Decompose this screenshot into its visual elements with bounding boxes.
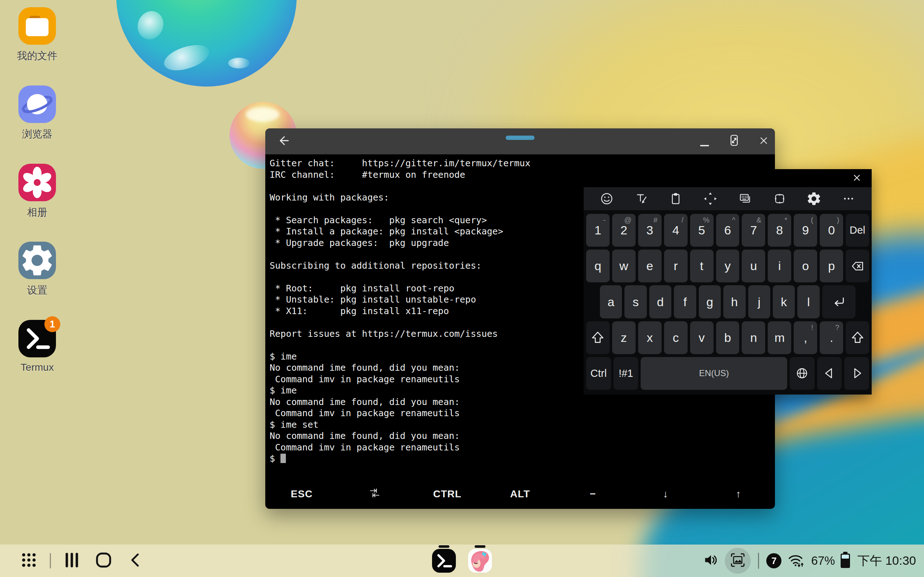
key-enter[interactable] <box>822 285 855 318</box>
desktop-icon-termux[interactable]: 1Termux <box>8 320 66 373</box>
keyboard-tool-resize[interactable] <box>770 189 789 208</box>
volume-button[interactable] <box>703 552 719 570</box>
prompt-symbol: $ <box>270 453 275 464</box>
key-g[interactable]: g <box>699 285 721 318</box>
extra-key-down[interactable]: ↓ <box>630 479 703 509</box>
key-x[interactable]: x <box>638 321 662 354</box>
keyboard-tool-text-edit[interactable] <box>632 189 651 208</box>
keyboard-tool-settings[interactable] <box>804 189 823 208</box>
window-back-button[interactable] <box>275 133 292 150</box>
key-7[interactable]: 7& <box>742 214 765 247</box>
window-titlebar[interactable] <box>265 128 775 154</box>
key-w[interactable]: w <box>612 250 636 282</box>
apps-grid-button[interactable] <box>13 545 45 577</box>
window-drag-handle[interactable] <box>506 135 535 140</box>
key-b[interactable]: b <box>716 321 740 354</box>
key-label: a <box>607 295 614 309</box>
key-period[interactable]: .? <box>820 321 843 354</box>
recents-icon <box>63 552 80 570</box>
key-3[interactable]: 3# <box>638 214 662 247</box>
key-backspace[interactable] <box>846 250 869 282</box>
key-space[interactable]: EN(US) <box>641 357 787 390</box>
recents-button[interactable] <box>56 545 88 577</box>
key-label: . <box>830 331 833 345</box>
back-button[interactable] <box>120 545 151 577</box>
key-l[interactable]: l <box>797 285 819 318</box>
clock[interactable]: 下午 10:30 <box>857 553 916 569</box>
extra-key-alt[interactable]: ALT <box>484 479 557 509</box>
key-t[interactable]: t <box>690 250 714 282</box>
key-label: r <box>674 259 678 273</box>
key-j[interactable]: j <box>748 285 770 318</box>
key-z[interactable]: z <box>612 321 636 354</box>
key-4[interactable]: 4/ <box>664 214 688 247</box>
key-5[interactable]: 5% <box>690 214 714 247</box>
key-q[interactable]: q <box>586 250 610 282</box>
key-v[interactable]: v <box>690 321 714 354</box>
desktop-icon-my-files[interactable]: 我的文件 <box>8 7 66 63</box>
key-d[interactable]: d <box>649 285 671 318</box>
key-o[interactable]: o <box>794 250 817 282</box>
extra-key-dash[interactable]: − <box>557 479 630 509</box>
key-2[interactable]: 2@ <box>612 214 636 247</box>
key-y[interactable]: y <box>716 250 740 282</box>
desktop-icon-label: 我的文件 <box>8 49 66 63</box>
taskbar-app-avatar-app[interactable] <box>468 549 492 573</box>
key-n[interactable]: n <box>742 321 765 354</box>
key-del[interactable]: Del <box>846 214 869 247</box>
globe-icon <box>794 365 810 382</box>
wifi-button[interactable] <box>787 552 805 570</box>
window-close-button[interactable] <box>756 133 772 150</box>
key-p[interactable]: p <box>820 250 843 282</box>
key-m[interactable]: m <box>768 321 791 354</box>
key-comma[interactable]: ,! <box>794 321 817 354</box>
desktop-icon-gallery[interactable]: 相册 <box>8 164 66 219</box>
desktop-icon-browser[interactable]: 浏览器 <box>8 85 66 141</box>
extra-key-esc[interactable]: ESC <box>265 479 338 509</box>
key-f[interactable]: f <box>674 285 696 318</box>
extra-key-tab[interactable] <box>338 479 411 509</box>
key-s[interactable]: s <box>624 285 646 318</box>
back-arrow-icon <box>276 134 291 149</box>
resize-icon <box>772 191 788 206</box>
key-label: m <box>775 331 785 345</box>
keyboard-tool-move[interactable] <box>701 189 720 208</box>
key-k[interactable]: k <box>773 285 795 318</box>
keyboard-close-button[interactable] <box>850 172 864 185</box>
window-minimize-button[interactable] <box>696 133 713 150</box>
key-a[interactable]: a <box>600 285 622 318</box>
key-r[interactable]: r <box>664 250 688 282</box>
key-shift-left[interactable] <box>586 321 610 354</box>
key-globe[interactable] <box>790 357 815 390</box>
home-button[interactable] <box>88 545 120 577</box>
window-maximize-button[interactable] <box>726 133 743 150</box>
key-ctrl[interactable]: Ctrl <box>586 357 611 390</box>
key-1[interactable]: 1- <box>586 214 610 247</box>
extra-key-ctrl[interactable]: CTRL <box>411 479 484 509</box>
screenshot-button[interactable] <box>725 548 751 574</box>
keyboard-tool-keyboard-switch[interactable] <box>736 189 754 208</box>
taskbar-app-termux[interactable] <box>432 549 456 573</box>
key-symbols[interactable]: !#1 <box>614 357 638 390</box>
key-c[interactable]: c <box>664 321 688 354</box>
key-cursor-right[interactable] <box>844 357 869 390</box>
key-sub-label: # <box>654 216 657 224</box>
keyboard-tool-more[interactable] <box>839 189 858 208</box>
keyboard-tool-emoji[interactable] <box>597 189 616 208</box>
extra-key-up[interactable]: ↑ <box>702 479 775 509</box>
key-0[interactable]: 0) <box>820 214 843 247</box>
key-9[interactable]: 9( <box>794 214 817 247</box>
desktop-icon-settings[interactable]: 设置 <box>8 242 66 297</box>
key-u[interactable]: u <box>742 250 765 282</box>
key-6[interactable]: 6^ <box>716 214 740 247</box>
notification-count-badge[interactable]: 7 <box>766 553 782 568</box>
key-shift-right[interactable] <box>846 321 869 354</box>
taskbar: 7 67% 下午 10:30 <box>0 545 924 577</box>
keyboard-tool-clipboard[interactable] <box>666 189 685 208</box>
key-i[interactable]: i <box>768 250 791 282</box>
key-e[interactable]: e <box>638 250 662 282</box>
key-h[interactable]: h <box>723 285 745 318</box>
key-8[interactable]: 8* <box>768 214 791 247</box>
key-cursor-left[interactable] <box>817 357 842 390</box>
keyboard-close-row <box>584 169 872 187</box>
